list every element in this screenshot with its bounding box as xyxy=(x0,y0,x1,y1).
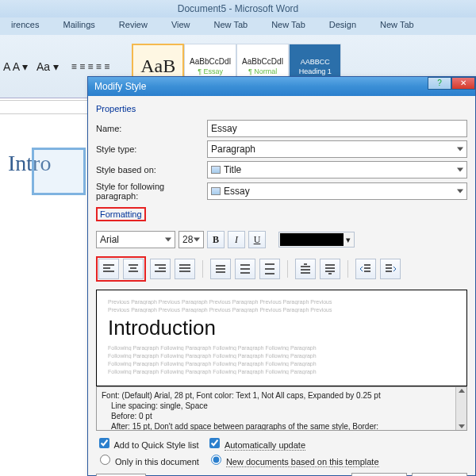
color-swatch xyxy=(280,233,344,246)
name-input[interactable]: Essay xyxy=(207,120,467,137)
following-dropdown[interactable]: Essay xyxy=(207,182,467,200)
linespacing-2-button[interactable] xyxy=(259,259,280,279)
bold-button[interactable]: B xyxy=(207,231,225,248)
align-center-button[interactable] xyxy=(123,259,144,279)
help-button[interactable]: ? xyxy=(428,77,451,90)
cancel-button[interactable]: Cancel xyxy=(412,473,467,476)
name-label: Name: xyxy=(96,124,207,133)
align-left-button[interactable] xyxy=(98,259,119,279)
size-dropdown[interactable]: 28 xyxy=(178,231,204,248)
app-title: Document5 - Microsoft Word xyxy=(0,0,476,17)
decrease-indent-button[interactable] xyxy=(355,259,376,279)
linespacing-15-button[interactable] xyxy=(235,259,255,279)
paragraph-icon xyxy=(211,166,221,174)
type-label: Style type: xyxy=(96,144,207,154)
tab-view[interactable]: View xyxy=(160,17,202,35)
modify-style-dialog: Modify Style ? ✕ Properties Name: Essay … xyxy=(87,76,476,476)
dialog-titlebar[interactable]: Modify Style ? ✕ xyxy=(88,77,475,96)
scrollbar[interactable] xyxy=(455,387,466,430)
properties-section: Properties xyxy=(96,104,136,113)
paragraph-icon xyxy=(211,187,221,195)
tab-newtab-3[interactable]: New Tab xyxy=(369,17,425,35)
new-docs-radio[interactable]: New documents based on this template xyxy=(207,452,379,466)
tab-design[interactable]: Design xyxy=(318,17,367,35)
dialog-title: Modify Style xyxy=(94,81,146,92)
auto-update-checkbox[interactable]: Automatically update xyxy=(206,436,305,451)
preview-title: Introduction xyxy=(108,316,455,340)
font-controls-icon: A A ▾ Aa ▾ xyxy=(3,60,65,73)
paragraph-controls-icon: ≡ ≡ ≡ ≡ ≡ xyxy=(71,61,109,72)
font-dropdown[interactable]: Arial xyxy=(96,231,175,248)
type-dropdown[interactable]: Paragraph xyxy=(207,140,467,158)
ok-button[interactable]: OK xyxy=(351,473,407,476)
based-on-dropdown[interactable]: Title xyxy=(207,161,467,178)
close-button[interactable]: ✕ xyxy=(451,77,475,90)
increase-indent-button[interactable] xyxy=(380,259,401,279)
formatting-section: Formatting xyxy=(96,207,146,221)
tab-mailings[interactable]: Mailings xyxy=(52,17,106,35)
linespacing-1-button[interactable] xyxy=(210,259,231,279)
tab-newtab-2[interactable]: New Tab xyxy=(260,17,317,35)
selection-highlight xyxy=(32,148,86,195)
ribbon-tabs: irences Mailings Review View New Tab New… xyxy=(0,17,476,35)
tab-review[interactable]: Review xyxy=(108,17,159,35)
font-color-dropdown[interactable]: ▾ xyxy=(278,232,355,248)
style-preview: Previous Paragraph Previous Paragraph Pr… xyxy=(96,290,467,386)
chevron-down-icon: ▾ xyxy=(344,235,353,245)
style-description: Font: (Default) Arial, 28 pt, Font color… xyxy=(96,386,467,431)
align-justify-button[interactable] xyxy=(175,259,195,279)
italic-button[interactable]: I xyxy=(228,231,245,248)
tab-references[interactable]: irences xyxy=(0,17,50,35)
based-on-label: Style based on: xyxy=(96,165,207,175)
space-before-up-button[interactable] xyxy=(295,259,316,279)
align-right-button[interactable] xyxy=(150,259,171,279)
following-label: Style for following paragraph: xyxy=(96,182,207,201)
only-this-doc-radio[interactable]: Only in this document xyxy=(96,452,199,466)
quick-style-checkbox[interactable]: Add to Quick Style list xyxy=(96,436,198,451)
tab-newtab-1[interactable]: New Tab xyxy=(203,17,259,35)
underline-button[interactable]: U xyxy=(248,231,266,248)
space-before-down-button[interactable] xyxy=(320,259,340,279)
